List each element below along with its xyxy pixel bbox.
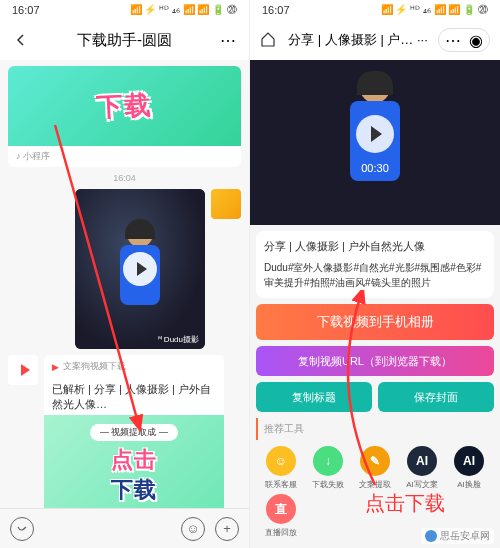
outgoing-message: ᴹ Dudu摄影 (8, 189, 241, 349)
tool-item[interactable]: 直直播回放 (260, 494, 302, 538)
play-icon[interactable] (123, 252, 157, 286)
more-icon[interactable]: ⋯ (219, 31, 237, 49)
capsule-close-icon[interactable]: ◉ (469, 31, 483, 50)
save-cover-button[interactable]: 保存封面 (378, 382, 494, 412)
tools-row-1: ☺联系客服↓下载失败✎文案提取AIAI写文案AIAI换脸 (256, 446, 494, 490)
chat-title: 下载助手-圆圆 (30, 31, 219, 50)
chat-input-bar: ☺ + (0, 508, 249, 548)
copy-url-button[interactable]: 复制视频URL（到浏览器下载） (256, 346, 494, 376)
video-tags: Dudu#室外人像摄影#自然光#光影#氛围感#色彩#审美提升#拍照#油画风#镜头… (264, 260, 486, 290)
capsule-menu-icon[interactable]: ⋯ (445, 31, 461, 50)
download-banner: 下载 (8, 66, 241, 146)
miniapp-nav-bar: 分享 | 人像摄影 | 户… ··· ⋯ ◉ (250, 20, 500, 60)
download-page: 00:30 分享 | 人像摄影 | 户外自然光人像 Dudu#室外人像摄影#自然… (250, 60, 500, 548)
status-bar: 16:07 📶 ⚡ ᴴᴰ ₄₆ 📶 📶 🔋 ⑳ (0, 0, 249, 20)
recommended-tools: 推荐工具 ☺联系客服↓下载失败✎文案提取AIAI写文案AIAI换脸 直直播回放 (256, 418, 494, 542)
play-button[interactable] (356, 115, 394, 153)
download-to-album-button[interactable]: 下载视频到手机相册 (256, 304, 494, 340)
video-player[interactable]: 00:30 (250, 60, 500, 225)
tools-header: 推荐工具 (256, 418, 494, 440)
parse-result-card[interactable]: ▶文案狗视频下载 已解析 | 分享 | 人像摄影 | 户外自然光人像… — 视频… (44, 355, 224, 508)
chat-nav-bar: 下载助手-圆圆 ⋯ (0, 20, 249, 60)
tool-item[interactable]: AIAI写文案 (401, 446, 443, 490)
plus-icon[interactable]: + (215, 517, 239, 541)
page-title: 分享 | 人像摄影 | 户… ··· (278, 31, 438, 49)
video-thumbnail[interactable]: ᴹ Dudu摄影 (75, 189, 205, 349)
parse-source: ▶文案狗视频下载 (44, 355, 224, 378)
incoming-message: ▶文案狗视频下载 已解析 | 分享 | 人像摄影 | 户外自然光人像… — 视频… (8, 355, 241, 508)
user-avatar[interactable] (211, 189, 241, 219)
video-duration: 00:30 (361, 162, 389, 174)
video-info-card: 分享 | 人像摄影 | 户外自然光人像 Dudu#室外人像摄影#自然光#光影#氛… (256, 231, 494, 298)
chat-messages: 下载 ♪ 小程序 16:04 ᴹ Dudu摄影 ▶文案狗视频下载 (0, 60, 249, 508)
video-title: 分享 | 人像摄影 | 户外自然光人像 (264, 239, 486, 254)
tool-item[interactable]: ↓下载失败 (307, 446, 349, 490)
tool-item[interactable]: AIAI换脸 (448, 446, 490, 490)
home-icon[interactable] (260, 31, 278, 49)
mini-program-label: ♪ 小程序 (8, 146, 241, 167)
miniapp-capsule: ⋯ ◉ (438, 28, 490, 52)
copy-title-button[interactable]: 复制标题 (256, 382, 372, 412)
status-time: 16:07 (12, 4, 40, 16)
status-indicators-right: 📶 ⚡ ᴴᴰ ₄₆ 📶 📶 🔋 ⑳ (381, 3, 488, 17)
tool-item[interactable]: ☺联系客服 (260, 446, 302, 490)
source-watermark: 思岳安卓网 (421, 528, 494, 544)
click-download-banner: — 视频提取成 — 点击下载 (44, 415, 224, 508)
emoji-icon[interactable]: ☺ (181, 517, 205, 541)
chat-timestamp: 16:04 (8, 173, 241, 183)
tool-item[interactable]: ✎文案提取 (354, 446, 396, 490)
status-time-right: 16:07 (262, 4, 290, 16)
status-bar-right: 16:07 📶 ⚡ ᴴᴰ ₄₆ 📶 📶 🔋 ⑳ (250, 0, 500, 20)
status-indicators: 📶 ⚡ ᴴᴰ ₄₆ 📶 📶 🔋 ⑳ (130, 3, 237, 17)
mini-program-card[interactable]: 下载 ♪ 小程序 (8, 66, 241, 167)
left-phone-screenshot: 16:07 📶 ⚡ ᴴᴰ ₄₆ 📶 📶 🔋 ⑳ 下载助手-圆圆 ⋯ 下载 ♪ 小… (0, 0, 250, 548)
video-watermark: ᴹ Dudu摄影 (158, 334, 199, 345)
back-icon[interactable] (12, 31, 30, 49)
right-phone-screenshot: 16:07 📶 ⚡ ᴴᴰ ₄₆ 📶 📶 🔋 ⑳ 分享 | 人像摄影 | 户… ·… (250, 0, 500, 548)
parse-description: 已解析 | 分享 | 人像摄影 | 户外自然光人像… (44, 378, 224, 415)
bot-avatar[interactable] (8, 355, 38, 385)
voice-icon[interactable] (10, 517, 34, 541)
